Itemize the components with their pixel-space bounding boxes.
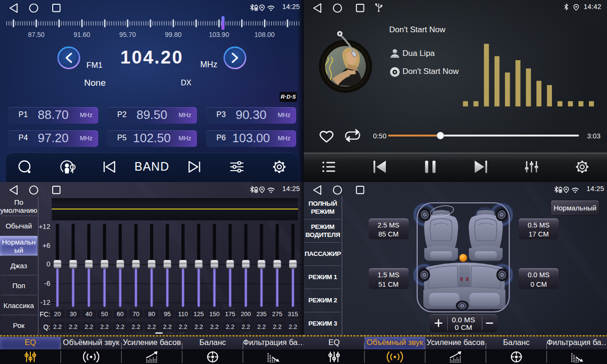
svg-text:0.0 MS: 0.0 MS (452, 316, 475, 324)
svg-text:315: 315 (288, 310, 298, 318)
svg-text:2.2: 2.2 (179, 323, 187, 330)
svg-text:2.2: 2.2 (273, 323, 281, 330)
svg-text:70: 70 (132, 310, 139, 318)
svg-text:91.60: 91.60 (74, 31, 90, 38)
svg-text:2.2: 2.2 (147, 323, 156, 330)
svg-text:80: 80 (148, 310, 155, 318)
svg-text:2.2: 2.2 (210, 323, 219, 330)
svg-text:108.00: 108.00 (254, 31, 275, 38)
svg-text:60: 60 (117, 310, 123, 318)
svg-text:235: 235 (256, 310, 267, 318)
svg-text:175: 175 (225, 310, 235, 318)
svg-text:150: 150 (209, 310, 220, 318)
svg-text:40: 40 (85, 310, 92, 318)
svg-text:0:50: 0:50 (373, 132, 386, 140)
svg-text:2.2: 2.2 (242, 323, 250, 330)
svg-text:3:03: 3:03 (587, 132, 600, 140)
svg-text:2.2: 2.2 (69, 323, 77, 330)
svg-text:99.80: 99.80 (165, 31, 181, 38)
svg-text:Q:: Q: (43, 323, 50, 331)
svg-text:103.90: 103.90 (209, 31, 229, 38)
svg-text:2.2: 2.2 (226, 323, 234, 330)
svg-text:2.2: 2.2 (100, 323, 109, 330)
svg-text:FC:: FC: (39, 310, 50, 318)
svg-text:95.70: 95.70 (119, 31, 136, 38)
svg-text:110: 110 (178, 310, 188, 318)
svg-text:125: 125 (194, 310, 204, 318)
svg-text:BAND: BAND (134, 160, 169, 173)
svg-text:2.2: 2.2 (131, 323, 140, 330)
svg-text:200: 200 (241, 310, 251, 318)
svg-text:2.2: 2.2 (289, 323, 297, 330)
svg-text:275: 275 (272, 310, 282, 318)
svg-text:2.2: 2.2 (53, 323, 62, 330)
svg-text:2.2: 2.2 (195, 323, 203, 330)
svg-text:20: 20 (54, 310, 61, 318)
svg-text:30: 30 (70, 310, 76, 318)
svg-text:2.2: 2.2 (84, 323, 93, 330)
svg-text:0 CM: 0 CM (455, 323, 472, 331)
svg-text:95: 95 (164, 310, 170, 318)
svg-text:50: 50 (101, 310, 108, 318)
svg-text:2.2: 2.2 (163, 323, 172, 330)
svg-text:2.2: 2.2 (257, 323, 266, 330)
svg-text:2.2: 2.2 (116, 323, 124, 330)
svg-text:87.50: 87.50 (28, 31, 45, 38)
